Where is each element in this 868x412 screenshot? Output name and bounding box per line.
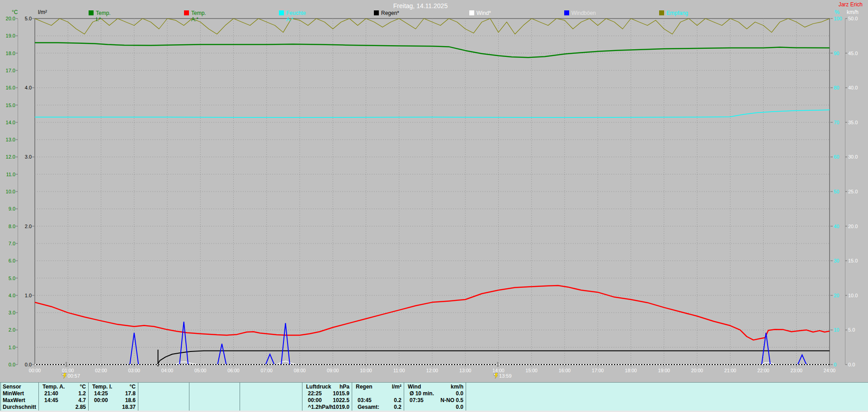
percent-tick-label: 60 [834, 154, 839, 159]
celsius-tick-label: 0.0 [9, 362, 15, 367]
celsius-tick-label: 6.0 [9, 258, 15, 263]
table-cell: 17.8 [63, 391, 136, 397]
hour-label: 14:00 [492, 368, 504, 373]
weather-chart-plot: 20.019.018.017.016.015.014.013.012.011.0… [0, 0, 868, 412]
percent-tick-label: 50 [834, 189, 839, 194]
legend-swatch-icon [374, 10, 379, 15]
chart-title-date: Freitag, 14.11.2025 [0, 2, 841, 9]
legend-swatch-icon [89, 10, 94, 15]
kmh-tick-label: 10.0 [848, 293, 858, 298]
hour-label: 18:00 [625, 368, 637, 373]
percent-tick-label: 30 [834, 258, 839, 263]
kmh-tick-label: 0.0 [848, 362, 855, 367]
legend-swatch-icon [184, 10, 189, 15]
celsius-tick-label: 14.0 [6, 120, 15, 125]
marker-time-label: 00:57 [68, 373, 80, 379]
legend-item-label: Regen* [381, 10, 399, 16]
table-cell: 0.2 [329, 398, 401, 403]
kmh-tick-label: 25.0 [848, 189, 858, 194]
hour-label: 05:00 [194, 368, 206, 373]
table-cell: 1015.9 [277, 391, 349, 397]
celsius-tick-label: 9.0 [9, 206, 15, 211]
legend-swatch-icon [469, 10, 474, 15]
hour-label: 09:00 [327, 368, 339, 373]
hour-label: 00:00 [29, 368, 41, 373]
celsius-tick-label: 15.0 [6, 103, 15, 108]
celsius-tick-label: 19.0 [6, 33, 15, 38]
celsius-tick-label: 10.0 [6, 189, 15, 194]
kmh-tick-label: 15.0 [848, 258, 858, 263]
chart-legend: Temp. I.*Temp. A.*Feuchte A.*Regen*Wind*… [0, 10, 841, 17]
axis-title-kmh: km/h [847, 9, 859, 15]
hour-label: 24:00 [824, 368, 835, 373]
hour-label: 11:00 [393, 368, 405, 373]
hour-label: 15:00 [526, 368, 538, 373]
celsius-tick-label: 5.0 [9, 276, 15, 281]
watermark-author: Jarz Erich [839, 1, 863, 8]
hour-label: 08:00 [294, 368, 306, 373]
legend-swatch-icon [659, 10, 664, 15]
celsius-tick-label: 12.0 [6, 154, 15, 159]
lm2-tick-label: 4.0 [25, 85, 32, 90]
celsius-tick-label: 2.0 [9, 327, 15, 332]
legend-item-label: Feuchte A.* [286, 10, 306, 23]
table-cell: 18.37 [63, 404, 136, 410]
kmh-tick-label: 20.0 [848, 224, 858, 229]
table-cell: 0.0 [391, 404, 463, 410]
celsius-tick-label: 13.0 [6, 137, 15, 142]
marker-time-label: 13:59 [499, 373, 512, 379]
hour-label: 06:00 [227, 368, 239, 373]
table-cell: l/m² [329, 384, 401, 390]
celsius-tick-label: 7.0 [9, 241, 15, 246]
legend-swatch-icon [564, 10, 569, 15]
hour-label: 19:00 [658, 368, 670, 373]
legend-item-label: Empfang [666, 10, 688, 16]
legend-item-label: Temp. A.* [191, 10, 206, 23]
percent-tick-label: 90 [834, 51, 839, 56]
percent-tick-label: 40 [834, 224, 839, 229]
hour-label: 07:00 [261, 368, 273, 373]
celsius-tick-label: 4.0 [9, 293, 15, 298]
celsius-tick-label: 1.0 [9, 345, 15, 350]
hour-label: 22:00 [757, 368, 769, 373]
statistics-table: SensorMinWertMaxWertDurchschnittTemp. A.… [0, 382, 868, 411]
lm2-tick-label: 0.0 [25, 362, 32, 367]
table-cell: °C [63, 384, 136, 390]
table-column-divider [466, 383, 466, 411]
hour-label: 04:00 [161, 368, 173, 373]
percent-tick-label: 80 [834, 85, 839, 90]
lm2-tick-label: 2.0 [25, 224, 32, 229]
legend-swatch-icon [279, 10, 284, 15]
percent-tick-label: 20 [834, 293, 839, 298]
legend-item-label: Windböen [571, 10, 596, 16]
weather-app-window: 20.019.018.017.016.015.014.013.012.011.0… [0, 0, 868, 412]
lm2-tick-label: 3.0 [25, 154, 32, 159]
table-cell: N-NO 0.5 [391, 398, 463, 403]
kmh-tick-label: 40.0 [848, 85, 858, 90]
kmh-tick-label: 5.0 [848, 327, 855, 332]
table-column-divider [240, 383, 240, 411]
hour-label: 12:00 [426, 368, 438, 373]
table-column-divider [138, 383, 138, 411]
kmh-tick-label: 50.0 [848, 16, 858, 21]
table-cell: 18.6 [63, 398, 136, 403]
kmh-tick-label: 45.0 [848, 51, 858, 56]
kmh-tick-label: 35.0 [848, 120, 858, 125]
percent-tick-label: 0 [834, 362, 836, 367]
table-cell: 0.0 [391, 391, 463, 397]
celsius-tick-label: 11.0 [6, 172, 15, 177]
legend-item-label: Wind* [476, 10, 491, 16]
hour-label: 20:00 [691, 368, 703, 373]
percent-tick-label: 10 [834, 327, 839, 332]
hour-label: 13:00 [459, 368, 471, 373]
legend-item-label: Temp. I.* [96, 10, 111, 23]
kmh-tick-label: 30.0 [848, 154, 858, 159]
hour-label: 21:00 [724, 368, 736, 373]
table-cell: 0.2 [329, 404, 401, 410]
hour-label: 23:00 [791, 368, 802, 373]
hour-label: 01:00 [62, 368, 74, 373]
hour-label: 02:00 [95, 368, 107, 373]
table-column-divider [189, 383, 189, 411]
celsius-tick-label: 17.0 [6, 68, 15, 73]
table-column-divider [0, 383, 1, 411]
